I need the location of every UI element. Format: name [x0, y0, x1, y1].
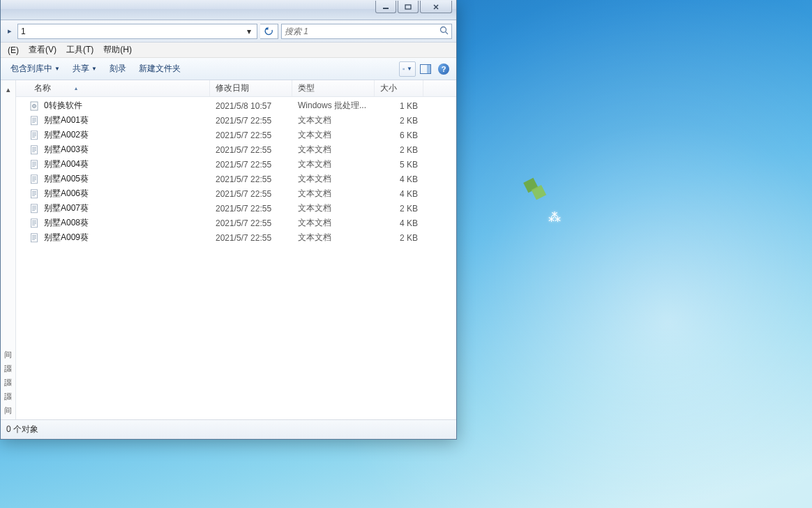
view-mode-button[interactable]: ▼: [399, 61, 416, 77]
file-row[interactable]: 别墅A007葵2021/5/7 22:55文本文档2 KB: [16, 201, 456, 216]
file-date: 2021/5/7 22:55: [210, 218, 292, 228]
menu-tools[interactable]: 工具(T): [62, 43, 98, 57]
svg-point-2: [441, 27, 446, 32]
file-type: 文本文档: [292, 114, 375, 126]
status-text: 0 个对象: [6, 424, 38, 435]
svg-rect-25: [31, 145, 38, 154]
minimize-button[interactable]: [375, 1, 396, 13]
svg-rect-0: [383, 8, 389, 9]
file-row[interactable]: 别墅A002葵2021/5/7 22:55文本文档6 KB: [16, 128, 456, 142]
preview-pane-button[interactable]: [417, 61, 434, 77]
breadcrumb-chevron-icon[interactable]: ▸: [5, 24, 15, 39]
svg-rect-1: [405, 5, 411, 9]
text-file-icon: [29, 130, 41, 140]
file-row[interactable]: 0转换软件2021/5/8 10:57Windows 批处理...1 KB: [16, 98, 456, 113]
svg-line-3: [446, 31, 449, 34]
chevron-down-icon: ▼: [91, 66, 97, 72]
text-file-icon: [29, 189, 41, 199]
menu-bar: (E) 查看(V) 工具(T) 帮助(H): [1, 43, 456, 58]
text-file-icon: [29, 174, 41, 184]
nav-tree-item[interactable]: 间: [4, 350, 12, 359]
text-file-icon: [29, 116, 41, 126]
text-file-icon: [29, 218, 41, 228]
menu-view[interactable]: 查看(V): [24, 43, 61, 57]
file-list[interactable]: 0转换软件2021/5/8 10:57Windows 批处理...1 KB别墅A…: [16, 97, 456, 419]
titlebar[interactable]: [1, 0, 456, 20]
text-file-icon: [29, 160, 41, 170]
file-date: 2021/5/7 22:55: [210, 204, 292, 214]
search-input[interactable]: [285, 27, 439, 36]
file-row[interactable]: 别墅A001葵2021/5/7 22:55文本文档2 KB: [16, 113, 456, 128]
col-date-label: 修改日期: [216, 82, 249, 94]
file-date: 2021/5/7 22:55: [210, 130, 292, 140]
search-box[interactable]: [281, 24, 452, 39]
file-row[interactable]: 别墅A003葵2021/5/7 22:55文本文档2 KB: [16, 142, 456, 157]
maximize-button[interactable]: [398, 1, 419, 13]
file-date: 2021/5/7 22:55: [210, 145, 292, 155]
new-folder-button[interactable]: 新建文件夹: [133, 60, 186, 77]
file-type: 文本文档: [292, 158, 375, 170]
col-size-label: 大小: [380, 82, 397, 94]
file-size: 4 KB: [375, 218, 423, 228]
address-path[interactable]: 1 ▾: [17, 24, 257, 39]
file-type: 文本文档: [292, 232, 375, 244]
file-size: 4 KB: [375, 174, 423, 184]
file-row[interactable]: 别墅A009葵2021/5/7 22:55文本文档2 KB: [16, 230, 456, 245]
file-size: 5 KB: [375, 160, 423, 170]
nav-tree-item[interactable]: 讍: [4, 378, 12, 387]
help-button[interactable]: ?: [435, 61, 452, 77]
nav-scroll-up-icon[interactable]: ▴: [6, 84, 10, 94]
address-path-text: 1: [21, 27, 244, 36]
batch-file-icon: [29, 101, 41, 111]
file-name: 别墅A008葵: [44, 217, 89, 229]
file-row[interactable]: 别墅A005葵2021/5/7 22:55文本文档4 KB: [16, 172, 456, 186]
file-type: 文本文档: [292, 188, 375, 200]
col-type-label: 类型: [298, 82, 315, 94]
file-date: 2021/5/7 22:55: [210, 160, 292, 170]
file-row[interactable]: 别墅A006葵2021/5/7 22:55文本文档4 KB: [16, 186, 456, 201]
refresh-button[interactable]: [260, 24, 278, 39]
file-name: 别墅A002葵: [44, 129, 89, 141]
file-name: 别墅A004葵: [44, 158, 89, 170]
text-file-icon: [29, 145, 41, 155]
file-type: Windows 批处理...: [292, 100, 375, 112]
content-area: ▴ 间 讍 讍 讍 间 名称 ▴ 修改日期 类型: [1, 80, 456, 419]
menu-help[interactable]: 帮助(H): [99, 43, 136, 57]
include-in-library-button[interactable]: 包含到库中▼: [5, 60, 66, 77]
file-date: 2021/5/7 22:55: [210, 233, 292, 243]
include-label: 包含到库中: [10, 63, 52, 75]
file-size: 2 KB: [375, 116, 423, 126]
column-headers: 名称 ▴ 修改日期 类型 大小: [16, 80, 456, 97]
search-icon[interactable]: [439, 26, 449, 37]
command-bar: 包含到库中▼ 共享▼ 刻录 新建文件夹 ▼ ?: [1, 58, 456, 80]
svg-rect-15: [31, 116, 38, 124]
nav-tree-item[interactable]: 讍: [4, 391, 12, 401]
text-file-icon: [29, 204, 41, 214]
close-button[interactable]: [420, 1, 452, 13]
nav-tree-item[interactable]: 间: [4, 405, 12, 415]
col-header-date[interactable]: 修改日期: [210, 80, 292, 96]
address-dropdown-icon[interactable]: ▾: [244, 27, 254, 36]
newfolder-label: 新建文件夹: [139, 63, 181, 75]
file-row[interactable]: 别墅A008葵2021/5/7 22:55文本文档4 KB: [16, 216, 456, 230]
col-header-size[interactable]: 大小: [375, 80, 423, 96]
burn-button[interactable]: 刻录: [104, 60, 132, 77]
file-type: 文本文档: [292, 217, 375, 229]
file-type: 文本文档: [292, 144, 375, 156]
status-bar: 0 个对象: [1, 419, 456, 439]
navigation-pane[interactable]: ▴ 间 讍 讍 讍 间: [1, 80, 16, 419]
col-header-type[interactable]: 类型: [292, 80, 375, 96]
svg-rect-11: [427, 65, 430, 73]
menu-edit[interactable]: (E): [3, 44, 23, 57]
svg-rect-45: [31, 204, 38, 212]
sort-asc-icon: ▴: [75, 85, 77, 91]
list-pane: 名称 ▴ 修改日期 类型 大小 0转换软件2021/5/8 10:57Windo…: [16, 80, 456, 419]
file-row[interactable]: 别墅A004葵2021/5/7 22:55文本文档5 KB: [16, 157, 456, 172]
share-button[interactable]: 共享▼: [67, 60, 103, 77]
col-header-name[interactable]: 名称 ▴: [29, 80, 210, 96]
file-size: 4 KB: [375, 189, 423, 199]
file-name: 别墅A006葵: [44, 188, 89, 200]
file-size: 2 KB: [375, 204, 423, 214]
wallpaper-butterfly-icon: ⁂: [548, 209, 561, 225]
nav-tree-item[interactable]: 讍: [4, 364, 12, 373]
